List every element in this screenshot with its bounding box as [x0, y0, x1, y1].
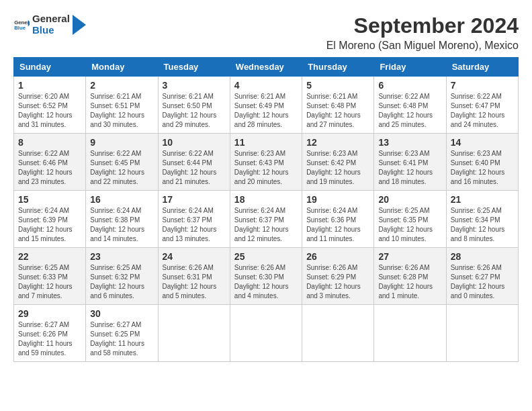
sunset-text: Sunset: 6:48 PM: [378, 101, 441, 111]
calendar-cell: 24 Sunrise: 6:26 AM Sunset: 6:31 PM Dayl…: [158, 248, 230, 305]
calendar-week-row: 22 Sunrise: 6:25 AM Sunset: 6:33 PM Dayl…: [14, 248, 519, 305]
calendar-cell: [302, 305, 374, 362]
sunset-text: Sunset: 6:39 PM: [18, 216, 81, 225]
daylight-text: Daylight: 12 hours and 16 minutes.: [451, 168, 514, 187]
day-info: Sunrise: 6:25 AM Sunset: 6:33 PM Dayligh…: [18, 263, 81, 301]
day-number: 8: [18, 137, 81, 148]
calendar-cell: 15 Sunrise: 6:24 AM Sunset: 6:39 PM Dayl…: [14, 191, 86, 248]
sunrise-text: Sunrise: 6:25 AM: [18, 263, 81, 273]
sunrise-text: Sunrise: 6:21 AM: [163, 92, 226, 101]
sunrise-text: Sunrise: 6:24 AM: [18, 206, 81, 216]
daylight-text: Daylight: 12 hours and 3 minutes.: [306, 282, 369, 301]
day-number: 3: [163, 80, 226, 91]
daylight-text: Daylight: 12 hours and 23 minutes.: [18, 168, 81, 187]
calendar-cell: 30 Sunrise: 6:27 AM Sunset: 6:25 PM Dayl…: [86, 305, 158, 362]
day-number: 1: [18, 80, 81, 91]
day-number: 6: [378, 80, 441, 91]
month-title: September 2024: [326, 13, 519, 38]
logo-blue-text: Blue: [32, 25, 70, 36]
sunset-text: Sunset: 6:45 PM: [90, 158, 153, 168]
sunrise-text: Sunrise: 6:26 AM: [378, 263, 441, 273]
logo: General Blue General Blue: [13, 13, 86, 36]
day-number: 12: [306, 137, 369, 148]
weekday-header-friday: Friday: [374, 58, 446, 77]
daylight-text: Daylight: 12 hours and 14 minutes.: [90, 225, 153, 244]
day-info: Sunrise: 6:22 AM Sunset: 6:48 PM Dayligh…: [378, 92, 441, 130]
sunset-text: Sunset: 6:31 PM: [163, 273, 226, 282]
sunset-text: Sunset: 6:49 PM: [234, 101, 298, 111]
daylight-text: Daylight: 12 hours and 27 minutes.: [306, 111, 369, 130]
calendar-table: SundayMondayTuesdayWednesdayThursdayFrid…: [13, 57, 519, 362]
sunrise-text: Sunrise: 6:21 AM: [234, 92, 298, 101]
sunrise-text: Sunrise: 6:23 AM: [378, 149, 441, 158]
calendar-cell: 11 Sunrise: 6:23 AM Sunset: 6:43 PM Dayl…: [230, 134, 302, 191]
calendar-cell: 3 Sunrise: 6:21 AM Sunset: 6:50 PM Dayli…: [158, 77, 230, 134]
day-info: Sunrise: 6:26 AM Sunset: 6:31 PM Dayligh…: [163, 263, 226, 301]
day-info: Sunrise: 6:20 AM Sunset: 6:52 PM Dayligh…: [18, 92, 81, 130]
sunrise-text: Sunrise: 6:27 AM: [18, 320, 81, 330]
calendar-cell: 10 Sunrise: 6:22 AM Sunset: 6:44 PM Dayl…: [158, 134, 230, 191]
sunset-text: Sunset: 6:50 PM: [163, 101, 226, 111]
daylight-text: Daylight: 12 hours and 18 minutes.: [378, 168, 441, 187]
day-info: Sunrise: 6:22 AM Sunset: 6:45 PM Dayligh…: [90, 149, 153, 187]
day-number: 7: [451, 80, 514, 91]
daylight-text: Daylight: 12 hours and 4 minutes.: [234, 282, 298, 301]
sunset-text: Sunset: 6:52 PM: [18, 101, 81, 111]
logo-arrow-icon: [73, 15, 86, 35]
day-info: Sunrise: 6:24 AM Sunset: 6:39 PM Dayligh…: [18, 206, 81, 244]
calendar-cell: 7 Sunrise: 6:22 AM Sunset: 6:47 PM Dayli…: [446, 77, 518, 134]
page-header: General Blue General Blue September 2024…: [13, 13, 519, 52]
calendar-cell: 23 Sunrise: 6:25 AM Sunset: 6:32 PM Dayl…: [86, 248, 158, 305]
day-number: 23: [90, 251, 153, 262]
calendar-cell: 22 Sunrise: 6:25 AM Sunset: 6:33 PM Dayl…: [14, 248, 86, 305]
calendar-week-row: 8 Sunrise: 6:22 AM Sunset: 6:46 PM Dayli…: [14, 134, 519, 191]
sunrise-text: Sunrise: 6:26 AM: [306, 263, 369, 273]
sunset-text: Sunset: 6:47 PM: [451, 101, 514, 111]
daylight-text: Daylight: 12 hours and 22 minutes.: [90, 168, 153, 187]
day-info: Sunrise: 6:25 AM Sunset: 6:34 PM Dayligh…: [451, 206, 514, 244]
calendar-week-row: 1 Sunrise: 6:20 AM Sunset: 6:52 PM Dayli…: [14, 77, 519, 134]
sunrise-text: Sunrise: 6:21 AM: [90, 92, 153, 101]
calendar-cell: 12 Sunrise: 6:23 AM Sunset: 6:42 PM Dayl…: [302, 134, 374, 191]
calendar-cell: 16 Sunrise: 6:24 AM Sunset: 6:38 PM Dayl…: [86, 191, 158, 248]
daylight-text: Daylight: 12 hours and 7 minutes.: [18, 282, 81, 301]
calendar-week-row: 15 Sunrise: 6:24 AM Sunset: 6:39 PM Dayl…: [14, 191, 519, 248]
sunrise-text: Sunrise: 6:24 AM: [90, 206, 153, 216]
calendar-week-row: 29 Sunrise: 6:27 AM Sunset: 6:26 PM Dayl…: [14, 305, 519, 362]
calendar-cell: [374, 305, 446, 362]
day-info: Sunrise: 6:21 AM Sunset: 6:49 PM Dayligh…: [234, 92, 298, 130]
day-number: 22: [18, 251, 81, 262]
calendar-cell: [230, 305, 302, 362]
sunset-text: Sunset: 6:41 PM: [378, 158, 441, 168]
day-info: Sunrise: 6:26 AM Sunset: 6:30 PM Dayligh…: [234, 263, 298, 301]
logo-icon: General Blue: [13, 17, 30, 33]
daylight-text: Daylight: 11 hours and 59 minutes.: [18, 339, 81, 358]
daylight-text: Daylight: 12 hours and 28 minutes.: [234, 111, 298, 130]
sunrise-text: Sunrise: 6:24 AM: [234, 206, 298, 216]
sunrise-text: Sunrise: 6:22 AM: [163, 149, 226, 158]
daylight-text: Daylight: 12 hours and 12 minutes.: [234, 225, 298, 244]
day-info: Sunrise: 6:23 AM Sunset: 6:42 PM Dayligh…: [306, 149, 369, 187]
daylight-text: Daylight: 12 hours and 21 minutes.: [163, 168, 226, 187]
day-info: Sunrise: 6:24 AM Sunset: 6:37 PM Dayligh…: [163, 206, 226, 244]
day-number: 25: [234, 251, 298, 262]
sunset-text: Sunset: 6:44 PM: [163, 158, 226, 168]
day-info: Sunrise: 6:24 AM Sunset: 6:38 PM Dayligh…: [90, 206, 153, 244]
sunrise-text: Sunrise: 6:22 AM: [451, 92, 514, 101]
day-info: Sunrise: 6:26 AM Sunset: 6:27 PM Dayligh…: [451, 263, 514, 301]
daylight-text: Daylight: 12 hours and 8 minutes.: [451, 225, 514, 244]
day-number: 28: [451, 251, 514, 262]
day-number: 30: [90, 308, 153, 319]
daylight-text: Daylight: 12 hours and 19 minutes.: [306, 168, 369, 187]
day-number: 16: [90, 194, 153, 205]
daylight-text: Daylight: 12 hours and 15 minutes.: [18, 225, 81, 244]
sunrise-text: Sunrise: 6:23 AM: [451, 149, 514, 158]
weekday-header-row: SundayMondayTuesdayWednesdayThursdayFrid…: [14, 58, 519, 77]
daylight-text: Daylight: 12 hours and 20 minutes.: [234, 168, 298, 187]
day-number: 14: [451, 137, 514, 148]
sunrise-text: Sunrise: 6:26 AM: [163, 263, 226, 273]
sunset-text: Sunset: 6:37 PM: [234, 216, 298, 225]
sunrise-text: Sunrise: 6:23 AM: [234, 149, 298, 158]
daylight-text: Daylight: 12 hours and 30 minutes.: [90, 111, 153, 130]
sunset-text: Sunset: 6:38 PM: [90, 216, 153, 225]
